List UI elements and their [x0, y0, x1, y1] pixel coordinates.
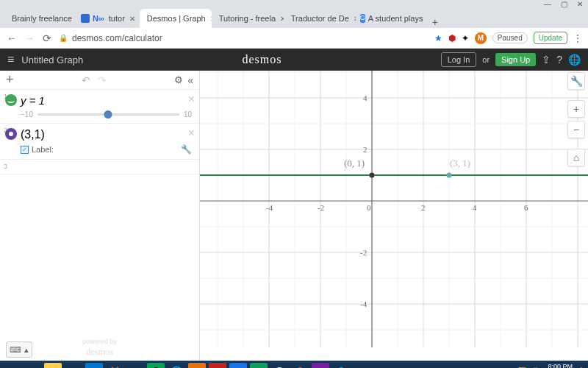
point-label: (0, 1): [344, 158, 365, 169]
windows-taskbar[interactable]: ⊞ ▭ 📁 🛍 ✉ 🦊 ◉ ⬤ 🌐 ◧ ◧ ▦ ▦ ⬤ ⬤ ◧ ⬤ ◧ ˄ 📶 …: [0, 361, 588, 368]
tab-label: Traductor de De: [291, 14, 349, 23]
svg-text:2: 2: [363, 145, 368, 154]
mail-icon[interactable]: ✉: [85, 363, 103, 368]
forward-button[interactable]: →: [24, 32, 35, 44]
plot-point[interactable]: [370, 173, 375, 178]
close-window-button[interactable]: ✕: [576, 0, 584, 7]
app-icon[interactable]: ⬤: [291, 363, 309, 368]
maximize-button[interactable]: ▢: [560, 0, 567, 7]
zoom-out-button[interactable]: −: [567, 121, 585, 138]
graph-canvas[interactable]: (0, 1) (3, 1) -4 -2 0 2 4 6 4 2 -2 -4 🔧 …: [200, 71, 588, 361]
profile-paused[interactable]: Paused: [492, 32, 528, 43]
slider-thumb[interactable]: [104, 110, 112, 118]
add-expression-button[interactable]: +: [6, 72, 14, 88]
svg-text:-2: -2: [360, 248, 367, 257]
new-tab-button[interactable]: +: [428, 16, 442, 28]
graph-svg: (0, 1) (3, 1) -4 -2 0 2 4 6 4 2 -2 -4: [200, 71, 588, 347]
taskbar-clock[interactable]: 8:00 PM 11/5/2020: [543, 364, 573, 368]
slider-max[interactable]: 10: [184, 110, 192, 118]
profile-avatar[interactable]: M: [475, 32, 487, 44]
share-icon[interactable]: ⇪: [542, 54, 551, 66]
svg-text:4: 4: [363, 93, 368, 102]
graph-title[interactable]: Untitled Graph: [21, 54, 83, 66]
browser-tab[interactable]: Tutoring - freela✕: [212, 9, 284, 28]
delete-expression-icon[interactable]: ×: [188, 127, 195, 140]
minimize-button[interactable]: —: [544, 0, 551, 7]
tab-label: A student plays: [368, 14, 423, 23]
graph-tools: 🔧 + − ⌂: [567, 72, 585, 166]
close-tab-icon[interactable]: ✕: [129, 15, 135, 23]
menu-icon[interactable]: ⋮: [573, 33, 582, 43]
wrench-icon[interactable]: 🔧: [567, 72, 585, 90]
help-icon[interactable]: ?: [556, 54, 562, 66]
expression-color-badge[interactable]: [5, 128, 17, 140]
edge-icon[interactable]: ◉: [126, 363, 144, 368]
expression-color-badge[interactable]: [5, 94, 17, 106]
app-icon[interactable]: ⬤: [332, 363, 350, 368]
app-icon[interactable]: ▦: [250, 363, 268, 368]
app-icon[interactable]: ◧: [353, 363, 370, 368]
extensions-icon[interactable]: ✦: [462, 33, 469, 43]
task-view-icon[interactable]: ▭: [24, 363, 41, 368]
slider-track[interactable]: [37, 113, 179, 116]
star-icon[interactable]: ★: [434, 33, 442, 43]
signup-button[interactable]: Sign Up: [495, 53, 536, 66]
app-icon[interactable]: ◧: [209, 363, 226, 368]
or-text: or: [482, 55, 490, 64]
update-button[interactable]: Update: [534, 32, 567, 44]
favicon-icon: G: [360, 14, 365, 23]
svg-text:6: 6: [524, 203, 528, 212]
globe-icon[interactable]: 🌐: [568, 54, 581, 66]
login-button[interactable]: Log In: [441, 52, 477, 67]
expression-panel: + ↶ ↷ ⚙ « 1 y = 1 × −10 10 2 (3,1) ×: [0, 71, 200, 361]
delete-expression-icon[interactable]: ×: [188, 93, 195, 106]
browser-tab-active[interactable]: Desmos | Graph✕: [140, 9, 212, 28]
store-icon[interactable]: 🛍: [65, 363, 82, 368]
settings-icon[interactable]: ⚙: [174, 74, 183, 85]
svg-text:2: 2: [421, 203, 426, 212]
expression-text[interactable]: y = 1: [21, 94, 45, 107]
app-icon[interactable]: ▦: [229, 363, 247, 368]
explorer-icon[interactable]: 📁: [44, 363, 62, 368]
app-icon[interactable]: ⬤: [147, 363, 165, 368]
svg-text:-2: -2: [318, 203, 324, 212]
reload-button[interactable]: ⟳: [41, 32, 53, 44]
app-header: ≡ Untitled Graph desmos Log In or Sign U…: [0, 49, 588, 71]
zoom-in-button[interactable]: +: [567, 100, 585, 118]
back-button[interactable]: ←: [6, 32, 18, 44]
plot-point[interactable]: [447, 173, 452, 178]
label-caption: Label:: [32, 145, 54, 154]
home-button[interactable]: ⌂: [567, 149, 585, 166]
app-icon[interactable]: ◧: [188, 363, 206, 368]
expression-text[interactable]: (3,1): [21, 128, 45, 141]
tab-label: Brainly freelance: [12, 14, 72, 23]
redo-button[interactable]: ↷: [98, 74, 107, 86]
browser-tab[interactable]: Brainly freelance✕: [4, 9, 76, 28]
collapse-panel-icon[interactable]: «: [187, 74, 193, 86]
slider-min[interactable]: −10: [21, 110, 33, 118]
svg-text:0: 0: [367, 203, 371, 212]
undo-button[interactable]: ↶: [82, 74, 90, 86]
app-icon[interactable]: ⬤: [270, 363, 288, 368]
tab-label: Tutoring - freela: [219, 14, 276, 23]
browser-tab[interactable]: Traductor de De✕: [284, 9, 356, 28]
point-label: (3, 1): [450, 158, 470, 169]
start-button[interactable]: ⊞: [3, 363, 21, 368]
svg-text:-4: -4: [266, 203, 273, 212]
browser-tab[interactable]: GA student plays✕: [356, 9, 428, 28]
app-icon[interactable]: ◧: [312, 363, 329, 368]
browser-tabstrip: Brainly freelance✕ N∞tutor✕ Desmos | Gra…: [0, 7, 588, 28]
browser-tab[interactable]: N∞tutor✕: [76, 9, 140, 28]
hamburger-icon[interactable]: ≡: [7, 53, 14, 66]
tab-label: tutor: [109, 14, 125, 23]
expression-row-empty[interactable]: 3: [0, 160, 199, 174]
label-checkbox[interactable]: ✓: [21, 146, 29, 154]
expression-row[interactable]: 2 (3,1) × ✓ Label: 🔧: [0, 124, 199, 160]
slider[interactable]: −10 10: [21, 110, 192, 118]
wrench-icon[interactable]: 🔧: [181, 144, 192, 155]
expression-row[interactable]: 1 y = 1 × −10 10: [0, 90, 199, 124]
chrome-icon[interactable]: 🌐: [168, 363, 185, 368]
shield-icon[interactable]: ⬢: [448, 33, 456, 43]
url-input[interactable]: 🔒 desmos.com/calculator: [59, 33, 429, 43]
firefox-icon[interactable]: 🦊: [106, 363, 123, 368]
